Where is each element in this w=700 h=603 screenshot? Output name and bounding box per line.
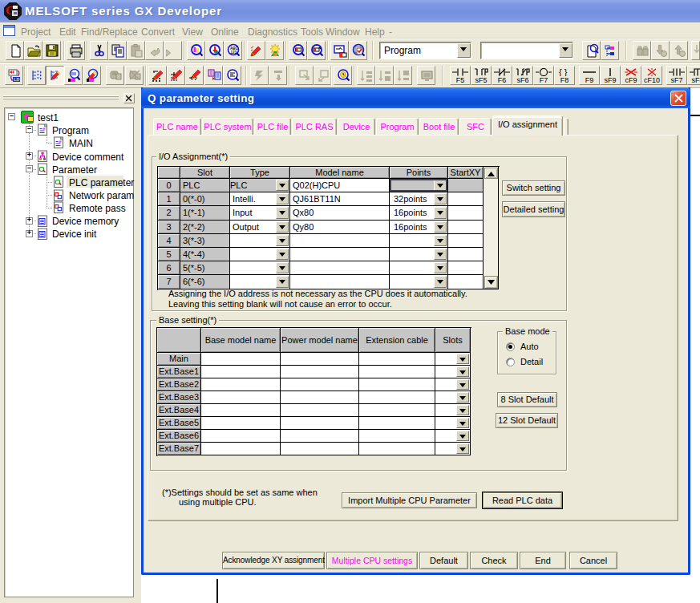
svg-text:123: 123 <box>231 51 237 55</box>
svg-text:LD: LD <box>14 77 19 82</box>
svg-text:{ }: { } <box>559 68 568 76</box>
